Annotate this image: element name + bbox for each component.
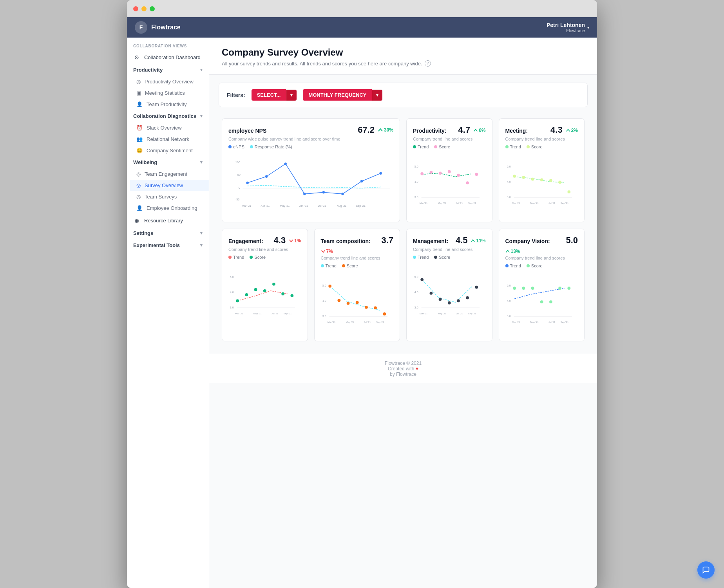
svg-text:Mar '21: Mar '21 <box>328 321 336 323</box>
sidebar-item-label: Productivity Overview <box>145 79 194 85</box>
chat-button[interactable] <box>697 561 715 579</box>
select-filter-main[interactable]: SELECT... <box>252 89 286 101</box>
svg-text:Mar '21: Mar '21 <box>242 204 251 207</box>
svg-text:Mar '21: Mar '21 <box>420 202 428 204</box>
engagement-title: Engagement: <box>228 238 263 244</box>
titlebar <box>127 0 597 17</box>
svg-point-60 <box>290 294 293 297</box>
svg-text:May '21: May '21 <box>253 312 262 315</box>
team-surveys-icon: ◎ <box>136 194 141 200</box>
legend-trend: Trend <box>505 144 521 149</box>
sidebar-item-team-engagement[interactable]: ◎ Team Engagement <box>130 168 209 180</box>
trend-up-icon <box>378 127 383 133</box>
svg-point-73 <box>365 306 368 309</box>
svg-text:5.0: 5.0 <box>414 276 418 278</box>
svg-text:May '21: May '21 <box>438 202 446 204</box>
svg-point-11 <box>360 180 363 182</box>
sidebar-group-header-experimental[interactable]: Experimental Tools ▾ <box>127 239 209 251</box>
sidebar-item-relational-network[interactable]: 👥 Relational Network <box>130 133 209 145</box>
productivity-header: Productivity: 4.7 6% <box>413 125 486 135</box>
sidebar-item-label: Company Sentiment <box>147 148 193 153</box>
diagnostics-sub-items: ⏰ Slack Overview 👥 Relational Network 😊 … <box>127 122 209 156</box>
group-label: Productivity <box>133 67 163 73</box>
svg-point-104 <box>558 287 561 290</box>
management-score: 4.5 <box>456 235 468 245</box>
sidebar-item-slack-overview[interactable]: ⏰ Slack Overview <box>130 122 209 133</box>
svg-text:100: 100 <box>235 161 240 164</box>
frequency-filter-main[interactable]: MONTHLY FREQUENCY <box>303 89 372 101</box>
sidebar-item-label: Team Productivity <box>147 101 187 107</box>
productivity-trend: 6% <box>473 128 485 133</box>
legend-score: Score <box>527 144 543 149</box>
chevron-down-icon: ▾ <box>587 25 589 30</box>
svg-point-101 <box>531 287 534 290</box>
svg-text:Jul '21: Jul '21 <box>456 202 463 204</box>
sidebar-item-survey-overview[interactable]: ◎ Survey Overview <box>130 180 209 191</box>
meeting-chart: 5.0 4.0 3.0 <box>505 152 578 214</box>
team-composition-trend: 7% <box>321 249 333 254</box>
help-icon[interactable]: ? <box>425 60 431 67</box>
engagement-legend: Trend Score <box>228 255 301 260</box>
svg-point-71 <box>346 302 349 305</box>
svg-text:0: 0 <box>239 186 240 189</box>
svg-text:May '21: May '21 <box>280 204 290 207</box>
user-menu[interactable]: Petri Lehtonen Flowtrace ▾ <box>547 22 589 33</box>
frequency-filter-arrow[interactable]: ▾ <box>372 90 382 101</box>
legend-dot <box>250 256 253 259</box>
svg-text:Jul '21: Jul '21 <box>548 321 555 323</box>
sidebar-item-collaboration-dashboard[interactable]: ⊙ Collaboration Dashboard <box>127 51 209 64</box>
svg-text:Jul '21: Jul '21 <box>272 312 279 315</box>
sidebar-item-team-surveys[interactable]: ◎ Team Surveys <box>130 191 209 202</box>
legend-score: Score <box>527 263 543 268</box>
sidebar-group-header-diagnostics[interactable]: Collaboration Diagnostics ▾ <box>127 110 209 122</box>
team-productivity-icon: 👤 <box>136 101 143 107</box>
legend-dot <box>527 264 530 267</box>
sidebar-group-header-productivity[interactable]: Productivity ▾ <box>127 64 209 76</box>
sidebar-label: Collaboration Dashboard <box>144 54 201 60</box>
engagement-chart: 5.0 4.0 3.0 Mar '21 <box>228 262 301 325</box>
sidebar-item-meeting-statistics[interactable]: ▣ Meeting Statistics <box>130 87 209 99</box>
select-filter-button[interactable]: SELECT... ▾ <box>252 89 297 101</box>
svg-text:Sep '21: Sep '21 <box>376 321 384 323</box>
trend-down-icon <box>321 249 326 254</box>
frequency-filter-button[interactable]: MONTHLY FREQUENCY ▾ <box>303 89 382 101</box>
sidebar-item-team-productivity[interactable]: 👤 Team Productivity <box>130 99 209 110</box>
svg-text:5.0: 5.0 <box>230 276 234 278</box>
select-filter-arrow[interactable]: ▾ <box>286 90 297 101</box>
svg-text:4.0: 4.0 <box>507 180 510 183</box>
svg-text:5.0: 5.0 <box>414 165 418 168</box>
svg-point-26 <box>439 171 442 175</box>
legend-trend: Trend <box>505 263 521 268</box>
sidebar-group-header-settings[interactable]: Settings ▾ <box>127 227 209 239</box>
sidebar-group-header-wellbeing[interactable]: Wellbeing ▾ <box>127 156 209 168</box>
network-icon: 👥 <box>136 136 143 142</box>
management-header: Management: 4.5 11% <box>413 235 486 245</box>
sidebar-item-productivity-overview[interactable]: ◎ Productivity Overview <box>130 76 209 87</box>
sidebar-item-resource-library[interactable]: ▦ Resource Library <box>127 214 209 227</box>
logo-icon: F <box>135 21 147 34</box>
svg-point-72 <box>355 301 358 304</box>
maximize-button[interactable] <box>150 6 155 11</box>
svg-text:4.0: 4.0 <box>414 291 418 294</box>
legend-score: Score <box>250 255 266 260</box>
legend-dot-response <box>250 145 253 148</box>
svg-point-90 <box>475 286 478 289</box>
minimize-button[interactable] <box>141 6 147 11</box>
footer: Flowtrace © 2021 Created with ♥ by Flowt… <box>209 354 597 383</box>
sidebar-item-employee-onboarding[interactable]: 👤 Employee Onboarding <box>130 202 209 214</box>
legend-dot-score <box>434 145 437 148</box>
close-button[interactable] <box>133 6 138 11</box>
slack-icon: ⏰ <box>136 125 143 131</box>
productivity-subtitle: Company trend line and scores <box>413 137 486 141</box>
filters-bar: Filters: SELECT... ▾ MONTHLY FREQUENCY ▾ <box>219 83 588 107</box>
svg-text:4.0: 4.0 <box>507 299 510 302</box>
team-composition-score: 3.7 <box>381 235 393 245</box>
svg-text:3.0: 3.0 <box>230 306 234 309</box>
sidebar-item-company-sentiment[interactable]: 😊 Company Sentiment <box>130 145 209 156</box>
engagement-trend: 1% <box>289 238 301 243</box>
svg-point-103 <box>549 300 552 303</box>
svg-point-88 <box>457 299 460 302</box>
enps-trend: 30% <box>378 127 393 133</box>
legend-dot-trend <box>505 145 509 148</box>
svg-point-24 <box>420 172 424 175</box>
